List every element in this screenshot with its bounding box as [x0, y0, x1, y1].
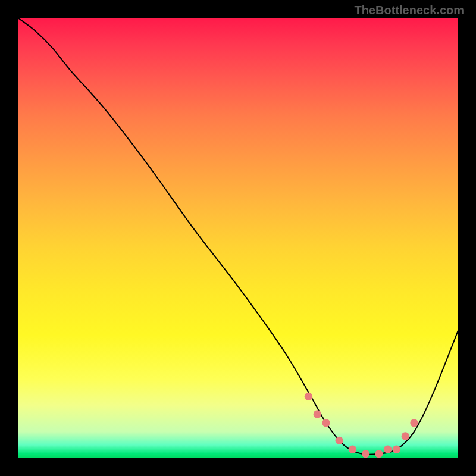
marker-dot — [362, 450, 369, 458]
marker-dot — [305, 393, 312, 400]
chart-container: TheBottleneck.com — [0, 0, 476, 476]
plot-gradient-area — [18, 18, 458, 458]
bottleneck-curve — [18, 18, 458, 455]
marker-dot — [384, 446, 392, 453]
marker-dot — [322, 419, 330, 427]
marker-dot — [336, 437, 343, 444]
chart-svg — [18, 18, 458, 458]
marker-dot — [402, 432, 409, 440]
marker-dot — [393, 446, 400, 453]
marker-dot — [314, 410, 321, 418]
marker-dot — [375, 450, 383, 458]
marker-dot — [410, 419, 418, 427]
marker-dot — [349, 446, 356, 453]
marker-dots-group — [305, 393, 418, 458]
watermark-text: TheBottleneck.com — [355, 4, 464, 17]
